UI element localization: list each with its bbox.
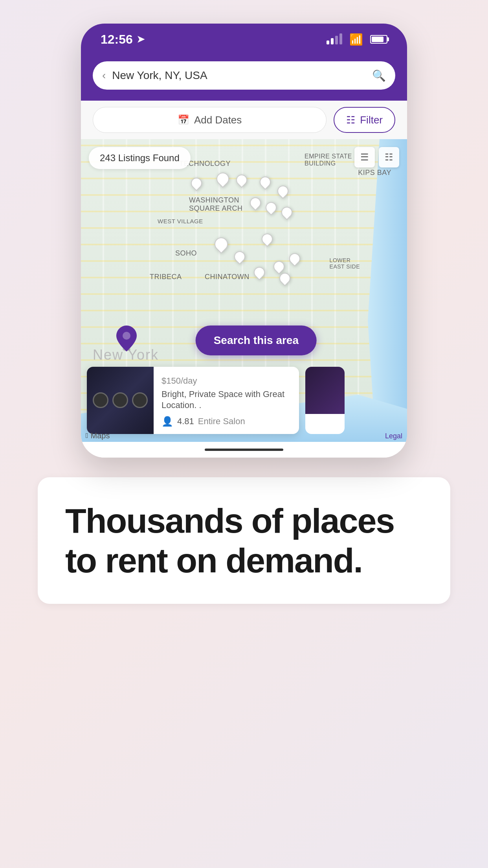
neighborhood-tribeca: TRIBECA (150, 273, 182, 281)
battery-icon (370, 35, 387, 44)
map-pin-3[interactable] (236, 175, 247, 186)
neighborhood-lower-east: LOWEREAST SIDE (330, 257, 360, 270)
map-pin-13[interactable] (234, 251, 245, 262)
listing-type: Entire Salon (198, 416, 245, 427)
person-icon: 👤 (161, 416, 173, 427)
view-toggle: ☰ ☷ (354, 147, 399, 167)
map-pin-1[interactable] (191, 178, 202, 189)
grid-view-button[interactable]: ☷ (379, 147, 399, 167)
listing-details: $150/day Bright, Private Space with Grea… (154, 367, 299, 434)
search-area-label: Search this area (214, 334, 299, 346)
price-unit: /day (181, 376, 197, 386)
phone-mockup: 12:56 ➤ 📶 ‹ New York, NY, USA 🔍 📅 (81, 24, 407, 458)
signal-icon (327, 34, 342, 44)
list-view-button[interactable]: ☰ (354, 147, 375, 167)
map-pin-4[interactable] (260, 177, 271, 188)
neighborhood-kips-bay: KIPS BAY (358, 169, 391, 177)
listings-count-text: 243 Listings Found (100, 153, 180, 164)
price-value: $150 (161, 376, 181, 386)
map-pin-9[interactable] (262, 234, 273, 245)
filter-icon: ☷ (346, 114, 355, 126)
search-icon[interactable]: 🔍 (372, 69, 386, 82)
map-pin-12[interactable] (273, 261, 284, 272)
promo-line-1: Thousands of places (65, 501, 423, 541)
navigation-icon: ➤ (137, 34, 145, 45)
promo-text: Thousands of places to rent on demand. (65, 501, 423, 580)
mirror-decoration (93, 392, 148, 408)
map-pin-10[interactable] (215, 237, 228, 251)
calendar-icon: 📅 (178, 114, 189, 125)
map-pin-2[interactable] (216, 173, 229, 185)
neighborhood-empire-state: EMPIRE STATEBUILDING (305, 153, 352, 167)
map-pin-6[interactable] (250, 197, 261, 208)
promo-line-2: to rent on demand. (65, 541, 423, 580)
status-time: 12:56 ➤ (101, 32, 145, 47)
rating-value: 4.81 (177, 416, 194, 427)
neighborhood-west-village: WEST VILLAGE (158, 218, 203, 224)
location-text: New York, NY, USA (112, 69, 366, 82)
search-bar[interactable]: ‹ New York, NY, USA 🔍 (93, 61, 395, 90)
map-pin-5[interactable] (277, 186, 288, 197)
time-display: 12:56 (101, 32, 133, 47)
add-dates-button[interactable]: 📅 Add Dates (93, 107, 327, 133)
listing-title: Bright, Private Space with Great Locatio… (161, 389, 291, 411)
neighborhood-chinatown: CHINATOWN (205, 273, 250, 281)
svg-point-1 (123, 332, 130, 340)
wifi-icon: 📶 (349, 33, 363, 46)
promo-section: Thousands of places to rent on demand. (38, 477, 450, 604)
search-area: ‹ New York, NY, USA 🔍 (81, 55, 407, 101)
add-dates-label: Add Dates (194, 114, 242, 126)
map-container[interactable]: Technology EMPIRE STATEBUILDING KIPS BAY… (81, 139, 407, 442)
listing-card-1[interactable]: $150/day Bright, Private Space with Grea… (87, 367, 299, 434)
back-arrow-icon[interactable]: ‹ (102, 69, 106, 82)
filter-row: 📅 Add Dates ☷ Filter (81, 101, 407, 139)
listings-count-badge: 243 Listings Found (89, 147, 191, 169)
neighborhood-washington-sq: WASHINGTONSQUARE ARCH (189, 196, 243, 213)
listing-image (87, 367, 154, 434)
status-icons: 📶 (327, 33, 387, 46)
listing-price: $150/day (161, 374, 291, 386)
map-pin-11[interactable] (289, 253, 300, 264)
listing-card-partial (305, 367, 345, 434)
listing-meta: 👤 4.81 Entire Salon (161, 416, 291, 427)
salon-image-content (87, 367, 154, 434)
selected-pin[interactable] (116, 326, 137, 351)
map-pin-7[interactable] (266, 202, 277, 213)
home-indicator (81, 442, 407, 458)
map-pin-mr-purple[interactable] (279, 273, 290, 284)
listing-cards: $150/day Bright, Private Space with Grea… (87, 367, 407, 434)
map-pin-8[interactable] (281, 207, 292, 218)
map-pin-14[interactable] (254, 267, 265, 278)
status-bar: 12:56 ➤ 📶 (81, 24, 407, 55)
filter-button[interactable]: ☷ Filter (334, 107, 395, 133)
partial-image (305, 367, 345, 414)
filter-label: Filter (360, 114, 383, 126)
home-bar (205, 449, 283, 451)
neighborhood-soho: SOHO (175, 249, 197, 257)
search-this-area-button[interactable]: Search this area (196, 326, 317, 355)
